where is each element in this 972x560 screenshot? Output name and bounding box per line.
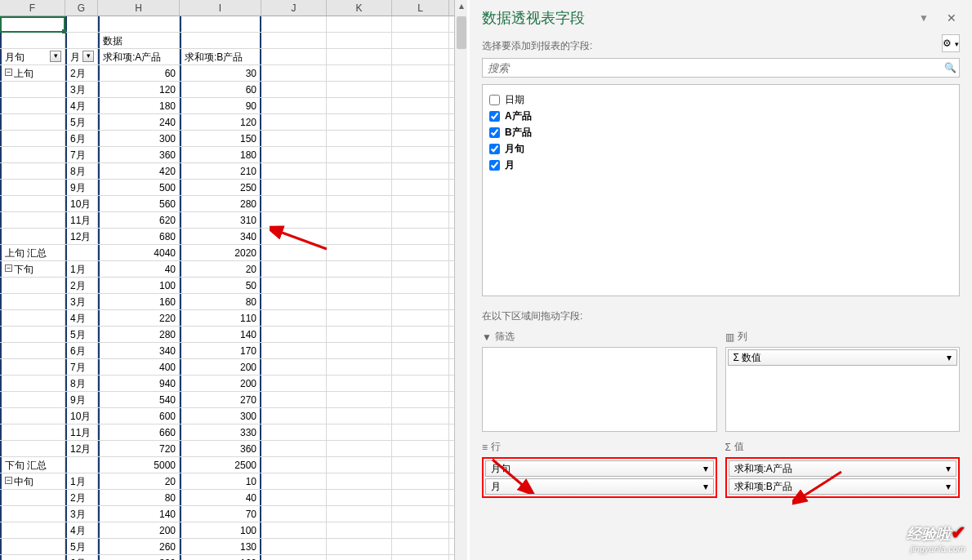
cell[interactable]: 130 — [180, 539, 261, 554]
cell[interactable] — [261, 261, 327, 277]
cell[interactable] — [261, 147, 327, 162]
dropdown-icon[interactable]: ▾ — [50, 51, 61, 62]
cell[interactable] — [0, 229, 65, 244]
cell[interactable] — [392, 163, 449, 179]
cell[interactable] — [261, 229, 327, 244]
cell[interactable]: 2500 — [180, 457, 261, 473]
cell[interactable]: 10月 — [65, 196, 98, 211]
cell[interactable] — [327, 82, 392, 97]
cell[interactable] — [261, 408, 327, 424]
cell[interactable]: 600 — [98, 408, 180, 424]
values-area[interactable]: 求和项:A产品▾ 求和项:B产品▾ — [725, 457, 961, 498]
vertical-scrollbar[interactable]: ▴ — [454, 0, 467, 560]
cell[interactable]: 70 — [180, 506, 261, 522]
cell[interactable] — [392, 490, 449, 505]
cell[interactable]: 求和项:B产品 — [180, 49, 261, 64]
cell[interactable]: 4月 — [65, 98, 98, 113]
cell[interactable] — [261, 163, 327, 179]
cell[interactable] — [327, 16, 392, 32]
cell[interactable]: 140 — [180, 327, 261, 342]
cell[interactable]: 1月 — [65, 473, 98, 489]
cell[interactable] — [0, 294, 65, 309]
cell[interactable]: 200 — [180, 376, 261, 391]
cell[interactable]: 4月 — [65, 522, 98, 538]
cell[interactable] — [392, 424, 449, 440]
cell[interactable] — [392, 114, 449, 130]
cell[interactable]: 110 — [180, 310, 261, 326]
cell[interactable]: 400 — [98, 359, 180, 375]
cell[interactable]: 100 — [180, 522, 261, 538]
collapse-icon[interactable]: − — [5, 477, 12, 484]
cell[interactable] — [392, 180, 449, 195]
cell[interactable] — [0, 114, 65, 130]
cell[interactable] — [392, 278, 449, 293]
cell[interactable] — [392, 359, 449, 375]
search-box[interactable]: 🔍 — [482, 58, 960, 78]
cell[interactable] — [261, 490, 327, 505]
cell[interactable] — [180, 33, 261, 48]
filter-area[interactable] — [482, 347, 717, 432]
field-checkbox[interactable] — [489, 127, 500, 138]
field-item[interactable]: B产品 — [489, 124, 952, 140]
cell[interactable] — [261, 539, 327, 554]
cell[interactable] — [392, 131, 449, 146]
cell[interactable] — [327, 473, 392, 489]
cell[interactable]: 270 — [180, 392, 261, 407]
rows-area[interactable]: 月旬▾ 月▾ — [482, 457, 717, 498]
cell[interactable]: −中旬 — [0, 473, 65, 489]
cell[interactable]: 660 — [98, 424, 180, 440]
cell[interactable] — [327, 555, 392, 560]
cell[interactable] — [392, 376, 449, 391]
cell[interactable] — [327, 229, 392, 244]
cell[interactable] — [392, 212, 449, 228]
cell[interactable] — [261, 424, 327, 440]
cell[interactable]: 180 — [180, 147, 261, 162]
cell[interactable] — [392, 82, 449, 97]
cell[interactable] — [392, 16, 449, 32]
cell[interactable] — [65, 245, 98, 260]
cell[interactable]: 7月 — [65, 359, 98, 375]
cell[interactable]: 540 — [98, 392, 180, 407]
area-item[interactable]: 求和项:A产品▾ — [729, 460, 957, 477]
cell[interactable] — [392, 294, 449, 309]
cell[interactable]: 12月 — [65, 229, 98, 244]
cell[interactable] — [65, 16, 98, 32]
collapse-icon[interactable]: − — [5, 264, 12, 272]
cell[interactable] — [392, 392, 449, 407]
cell[interactable] — [261, 376, 327, 391]
cell[interactable]: 2月 — [65, 490, 98, 505]
col-K[interactable]: K — [327, 0, 392, 16]
col-I[interactable]: I — [180, 0, 261, 16]
cell[interactable] — [392, 196, 449, 211]
cell[interactable]: 8月 — [65, 376, 98, 391]
cell[interactable] — [261, 278, 327, 293]
cell[interactable] — [0, 33, 65, 48]
cell[interactable]: 2020 — [180, 245, 261, 260]
area-item[interactable]: Σ 数值▾ — [728, 349, 958, 366]
cell[interactable]: 2月 — [65, 278, 98, 293]
cell[interactable] — [327, 196, 392, 211]
cell[interactable]: 100 — [98, 278, 180, 293]
gear-button[interactable]: ⚙ ▾ — [942, 34, 960, 52]
cell[interactable]: 1月 — [65, 261, 98, 277]
cell[interactable] — [327, 539, 392, 554]
cell[interactable]: 560 — [98, 196, 180, 211]
cell[interactable] — [261, 16, 327, 32]
cell[interactable]: 940 — [98, 376, 180, 391]
cell[interactable]: 260 — [98, 539, 180, 554]
cell[interactable]: 40 — [98, 261, 180, 277]
cell[interactable] — [0, 131, 65, 146]
field-checkbox[interactable] — [489, 111, 500, 122]
cell[interactable] — [261, 359, 327, 375]
field-item[interactable]: 月 — [489, 157, 952, 173]
cell[interactable]: 月▾ — [65, 49, 98, 64]
cell[interactable]: 340 — [98, 343, 180, 358]
cell[interactable]: 9月 — [65, 392, 98, 407]
cell[interactable]: 280 — [180, 196, 261, 211]
cell[interactable] — [327, 359, 392, 375]
cell[interactable] — [327, 392, 392, 407]
cell[interactable]: 7月 — [65, 147, 98, 162]
cell[interactable] — [392, 65, 449, 81]
cell[interactable]: 30 — [180, 65, 261, 81]
cell[interactable] — [65, 457, 98, 473]
